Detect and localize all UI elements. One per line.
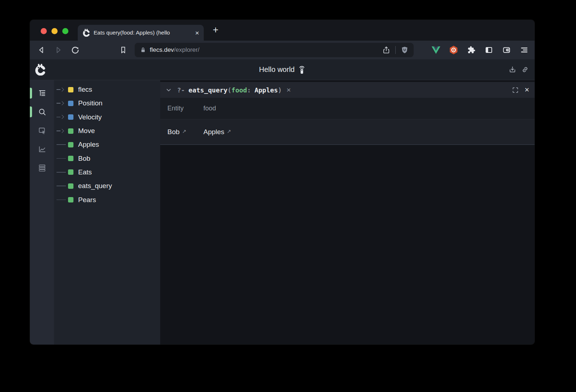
app-title: Hello world — [259, 65, 295, 74]
inspector-icon[interactable] — [38, 126, 46, 135]
query-value: Apples — [255, 86, 278, 94]
tree-item[interactable]: Move — [54, 124, 160, 138]
minimize-window-button[interactable] — [51, 28, 58, 34]
share-icon[interactable] — [382, 46, 391, 54]
tree-connector-icon[interactable] — [57, 142, 67, 147]
tab-bar: Eats query(food: Apples) (hello × + — [30, 20, 535, 41]
traffic-lights — [41, 28, 68, 34]
url-host: flecs.dev — [150, 46, 174, 54]
url-path: /explorer/ — [174, 46, 199, 54]
external-link-arrow-icon[interactable]: ↗ — [182, 128, 186, 134]
vue-devtools-icon[interactable] — [431, 45, 441, 55]
tree-connector-icon[interactable] — [57, 115, 67, 120]
query-table-body: Bob ↗ Apples ↗ — [160, 119, 535, 145]
browser-menu-icon[interactable] — [519, 45, 529, 55]
tree-item[interactable]: Pears — [54, 193, 160, 206]
statistics-chart-icon[interactable] — [38, 145, 46, 154]
chevron-down-icon[interactable] — [166, 87, 172, 93]
table-cell: Bob ↗ — [167, 128, 203, 136]
new-tab-button[interactable]: + — [210, 24, 221, 36]
icon-sidebar — [30, 80, 54, 345]
brave-shield-icon[interactable] — [400, 46, 409, 54]
query-prompt: ?- — [177, 86, 185, 94]
entity-link[interactable]: Apples — [203, 128, 224, 136]
refresh-button[interactable] — [71, 45, 80, 55]
url-bar[interactable]: flecs.dev/explorer/ — [135, 43, 414, 57]
tree-item-label: flecs — [78, 86, 92, 94]
tree-item-label: Bob — [78, 155, 90, 163]
tree-item[interactable]: Bob — [54, 151, 160, 165]
app-header: Hello world — [30, 59, 535, 80]
back-button[interactable] — [37, 45, 46, 55]
tree-connector-icon[interactable] — [57, 183, 67, 188]
entity-color-square — [68, 101, 73, 106]
query-clear-icon[interactable]: × — [287, 86, 291, 94]
data-rulers-icon[interactable] — [38, 164, 46, 172]
tree-item-label: eats_query — [78, 182, 112, 190]
tree-item-label: Apples — [78, 141, 99, 149]
download-icon[interactable] — [508, 65, 517, 74]
divider — [395, 46, 396, 54]
entity-link[interactable]: Bob — [167, 128, 180, 136]
search-icon[interactable] — [38, 108, 46, 116]
entity-color-square — [68, 183, 73, 189]
tree-item-label: Move — [78, 127, 95, 135]
close-window-button[interactable] — [41, 28, 47, 34]
tab-close-icon[interactable]: × — [195, 29, 199, 36]
tree-item-label: Eats — [78, 168, 92, 176]
fullscreen-icon[interactable] — [512, 86, 519, 94]
query-paren-open: ( — [228, 86, 231, 94]
query-name: eats_query — [189, 86, 228, 94]
external-link-arrow-icon[interactable]: ↗ — [227, 128, 231, 134]
wallet-icon[interactable] — [502, 45, 511, 55]
forward-button[interactable] — [54, 45, 63, 55]
browser-toolbar: flecs.dev/explorer/ — [30, 41, 535, 59]
lock-icon — [139, 46, 147, 54]
sidebar-toggle-icon[interactable] — [484, 45, 494, 55]
entity-color-square — [68, 197, 73, 202]
table-cell: Apples ↗ — [203, 128, 535, 136]
tree-item[interactable]: Apples — [54, 138, 160, 151]
extensions-row — [431, 45, 529, 55]
entity-color-square — [68, 169, 73, 175]
tab-title: Eats query(food: Apples) (hello — [94, 29, 193, 36]
active-indicator — [30, 88, 32, 99]
tree-connector-icon[interactable] — [57, 128, 67, 133]
table-row: Bob ↗ Apples ↗ — [160, 119, 535, 145]
browser-window: Eats query(food: Apples) (hello × + flec… — [30, 20, 535, 345]
tree-connector-icon[interactable] — [57, 156, 67, 161]
tree-item[interactable]: Velocity — [54, 110, 160, 124]
browser-tab[interactable]: Eats query(food: Apples) (hello × — [78, 25, 204, 41]
column-header-entity: Entity — [167, 105, 203, 112]
query-title-bar: ?-eats_query(food:Apples) × × — [160, 82, 535, 98]
tree-item[interactable]: flecs — [54, 83, 160, 96]
tree-item[interactable]: eats_query — [54, 179, 160, 193]
query-panel-close-icon[interactable]: × — [525, 86, 529, 94]
hierarchy-tree-icon[interactable] — [38, 89, 46, 97]
bookmark-icon[interactable] — [118, 45, 128, 55]
tree-connector-icon[interactable] — [57, 101, 67, 106]
hexagon-extension-icon[interactable] — [449, 45, 458, 55]
tree-connector-icon[interactable] — [57, 197, 67, 202]
tree-item[interactable]: Eats — [54, 165, 160, 179]
entity-color-square — [68, 142, 73, 147]
tree-item-label: Position — [78, 99, 103, 107]
tree-item[interactable]: Position — [54, 96, 160, 110]
query-colon: : — [247, 86, 251, 94]
tree-item-label: Pears — [78, 196, 96, 204]
main-panel: ?-eats_query(food:Apples) × × Entity foo… — [160, 80, 535, 345]
tree-connector-icon[interactable] — [57, 87, 67, 92]
query-table-header: Entity food — [160, 98, 535, 119]
remote-connection-icon[interactable] — [298, 65, 305, 74]
flecs-favicon-icon — [82, 29, 90, 37]
entity-color-square — [68, 114, 73, 120]
extensions-puzzle-icon[interactable] — [467, 45, 476, 55]
query-paren-close: ) — [278, 86, 282, 94]
tree-connector-icon[interactable] — [57, 170, 67, 175]
entity-color-square — [68, 87, 73, 92]
entity-tree-panel: flecs Position Velocity Move Apples Bob … — [54, 80, 160, 345]
zoom-window-button[interactable] — [62, 28, 68, 34]
link-icon[interactable] — [521, 65, 529, 74]
column-header-food: food — [203, 105, 535, 112]
entity-color-square — [68, 156, 73, 161]
